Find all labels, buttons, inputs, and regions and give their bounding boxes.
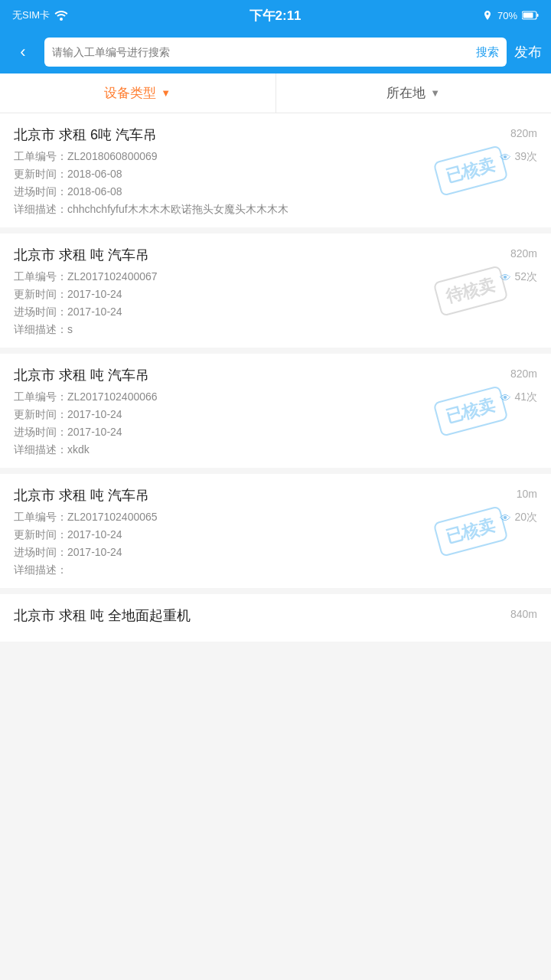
item-entry-time: 进场时间：2018-06-08 [14,185,537,199]
back-button[interactable]: ‹ [9,38,37,66]
item-title-row: 北京市 求租 吨 汽车吊 820m [14,366,537,384]
item-title: 北京市 求租 吨 全地面起重机 [14,606,191,625]
item-order-row: 工单编号：ZL2017102400066 👁 41次 [14,390,537,404]
view-count-label: 52次 [514,270,537,284]
item-distance: 10m [517,488,537,500]
svg-point-0 [60,18,63,21]
eye-icon: 👁 [500,391,511,404]
item-entry-time: 进场时间：2017-10-24 [14,426,537,439]
view-count: 👁 20次 [500,511,537,524]
item-title-row: 北京市 求租 6吨 汽车吊 820m [14,126,537,144]
search-button[interactable]: 搜索 [476,45,499,60]
view-count-label: 41次 [514,390,537,404]
item-title: 北京市 求租 吨 汽车吊 [14,246,149,264]
item-title-row: 北京市 求租 吨 全地面起重机 840m [14,606,537,625]
item-order-no: 工单编号：ZL2017102400066 [14,390,158,404]
filter-device-type-label: 设备类型 [104,84,156,102]
location-icon [482,10,493,21]
eye-icon: 👁 [500,151,511,164]
svg-rect-2 [523,13,533,18]
list-item[interactable]: 北京市 求租 吨 汽车吊 820m 工单编号：ZL2017102400067 👁… [0,234,551,348]
svg-rect-3 [537,14,539,17]
item-description: 详细描述：xkdk [14,443,537,457]
no-sim-label: 无SIM卡 [12,8,50,22]
item-title: 北京市 求租 6吨 汽车吊 [14,126,157,144]
list-item[interactable]: 北京市 求租 吨 全地面起重机 840m [0,594,551,642]
view-count-label: 20次 [514,511,537,524]
item-title-row: 北京市 求租 吨 汽车吊 10m [14,486,537,505]
item-update-time: 更新时间：2017-10-24 [14,288,537,302]
item-description: 详细描述：s [14,323,537,337]
publish-button[interactable]: 发布 [514,43,542,61]
battery-icon [522,11,539,20]
filter-device-type[interactable]: 设备类型 ▼ [0,74,276,113]
nav-bar: ‹ 搜索 发布 [0,31,551,74]
search-input[interactable] [52,46,471,58]
item-entry-time: 进场时间：2017-10-24 [14,546,537,560]
search-bar: 搜索 [44,38,507,67]
item-distance: 840m [510,608,537,620]
item-update-time: 更新时间：2017-10-24 [14,528,537,542]
list-item[interactable]: 北京市 求租 6吨 汽车吊 820m 工单编号：ZL2018060800069 … [0,113,551,227]
item-order-no: 工单编号：ZL2017102400065 [14,511,158,524]
item-entry-time: 进场时间：2017-10-24 [14,305,537,319]
status-time: 下午2:11 [249,7,302,24]
item-order-no: 工单编号：ZL2018060800069 [14,150,158,164]
item-update-time: 更新时间：2018-06-08 [14,168,537,181]
view-count-label: 39次 [514,150,537,164]
filter-location-label: 所在地 [386,84,425,102]
wifi-icon [54,10,68,21]
chevron-down-icon-location: ▼ [430,87,440,99]
item-description: 详细描述：chhchchfyfuf木木木木欧诺拖头女魔头木木木木 [14,203,537,217]
status-bar: 无SIM卡 下午2:11 70% [0,0,551,31]
item-order-row: 工单编号：ZL2017102400065 👁 20次 [14,511,537,524]
item-description: 详细描述： [14,564,537,577]
view-count: 👁 39次 [500,150,537,164]
list-item[interactable]: 北京市 求租 吨 汽车吊 10m 工单编号：ZL2017102400065 👁 … [0,474,551,588]
battery-label: 70% [497,10,517,21]
view-count: 👁 41次 [500,390,537,404]
eye-icon: 👁 [500,271,511,284]
item-title: 北京市 求租 吨 汽车吊 [14,486,149,505]
list-item[interactable]: 北京市 求租 吨 汽车吊 820m 工单编号：ZL2017102400066 👁… [0,354,551,468]
item-distance: 820m [510,127,537,139]
back-icon: ‹ [20,42,25,62]
item-title: 北京市 求租 吨 汽车吊 [14,366,149,384]
item-update-time: 更新时间：2017-10-24 [14,408,537,422]
eye-icon: 👁 [500,511,511,524]
item-order-row: 工单编号：ZL2018060800069 👁 39次 [14,150,537,164]
view-count: 👁 52次 [500,270,537,284]
filter-location[interactable]: 所在地 ▼ [276,74,552,113]
item-order-row: 工单编号：ZL2017102400067 👁 52次 [14,270,537,284]
status-right: 70% [482,10,539,21]
filter-bar: 设备类型 ▼ 所在地 ▼ [0,74,551,113]
item-title-row: 北京市 求租 吨 汽车吊 820m [14,246,537,264]
item-distance: 820m [510,368,537,380]
list-container: 北京市 求租 6吨 汽车吊 820m 工单编号：ZL2018060800069 … [0,113,551,642]
item-order-no: 工单编号：ZL2017102400067 [14,270,158,284]
chevron-down-icon-device: ▼ [161,87,171,99]
status-left: 无SIM卡 [12,8,68,22]
item-distance: 820m [510,247,537,260]
